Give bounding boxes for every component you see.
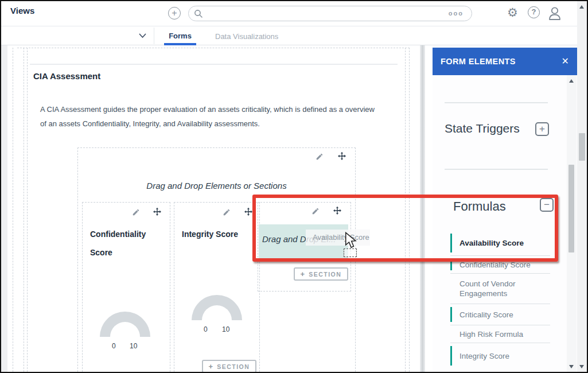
mouse-cursor: [345, 232, 357, 249]
canvas-dashed-border: [24, 48, 24, 372]
formula-item-count-vendor[interactable]: Count of Vendor Engagements: [450, 274, 550, 304]
tab-forms[interactable]: Forms: [164, 32, 196, 40]
panel-divider: [445, 102, 548, 103]
add-section-button[interactable]: + SECTION: [202, 360, 256, 373]
add-icon[interactable]: +: [168, 7, 181, 20]
scroll-up-icon[interactable]: [579, 5, 584, 9]
page-scrollbar[interactable]: [577, 1, 587, 372]
scroll-down-icon[interactable]: [569, 365, 574, 368]
chevron-down-icon[interactable]: [139, 33, 146, 38]
nav-divider: [154, 28, 154, 44]
canvas-dashed-border: [17, 48, 410, 48]
close-icon[interactable]: ✕: [562, 48, 569, 75]
canvas-dashed-border: [13, 48, 13, 372]
annotation-highlight-rectangle: [252, 195, 558, 262]
app-window: + ooo ⚙ ? Views Forms Data Visualization…: [0, 0, 588, 373]
formula-item-integrity[interactable]: Integrity Score: [450, 343, 550, 368]
page-scrollbar-thumb[interactable]: [579, 133, 585, 161]
move-handle-icon[interactable]: [244, 207, 253, 219]
panel-title: FORM ELEMENTS: [441, 48, 516, 75]
gauge-max-label: 10: [222, 325, 229, 333]
move-handle-icon[interactable]: [337, 151, 346, 163]
state-triggers-heading: State Triggers: [445, 122, 520, 135]
section-divider: [30, 64, 398, 65]
gauge-min-label: 0: [204, 325, 208, 333]
expand-plus-icon[interactable]: +: [535, 122, 549, 136]
scroll-up-icon[interactable]: [569, 79, 574, 83]
form-title: CIA Assessment: [33, 71, 100, 81]
panel-scrollbar-thumb[interactable]: [568, 165, 574, 252]
formula-item-criticality[interactable]: Criticality Score: [450, 304, 550, 325]
element-label: Integrity Score: [182, 225, 252, 243]
search-input[interactable]: ooo: [188, 6, 472, 21]
tab-data-visualizations[interactable]: Data Visualizations: [215, 32, 278, 41]
panel-divider: [445, 169, 548, 170]
left-gutter: [1, 45, 7, 372]
search-icon: [194, 9, 203, 18]
element-label: Confidentiality Score: [90, 225, 160, 262]
form-description: A CIA Assessment guides the proper evalu…: [40, 102, 380, 131]
panel-header: FORM ELEMENTS ✕: [433, 48, 577, 75]
nav-bar: [1, 26, 577, 45]
settings-gear-icon[interactable]: ⚙: [507, 6, 518, 20]
drag-ghost: Availability Score: [306, 230, 370, 246]
tab-forms-underline: [164, 43, 196, 45]
panel-scrollbar[interactable]: [567, 75, 577, 372]
add-section-button[interactable]: + SECTION: [294, 267, 348, 281]
drag-outline-box: [344, 248, 357, 257]
gauge-min-label: 0: [112, 342, 116, 350]
user-icon[interactable]: [547, 5, 562, 21]
edit-pencil-icon[interactable]: [223, 208, 231, 219]
gauge-max-label: 10: [130, 342, 137, 350]
drag-ghost-label: Availability Score: [306, 230, 370, 246]
plus-icon: +: [301, 270, 305, 278]
help-icon[interactable]: ?: [528, 6, 540, 18]
canvas-dashed-border: [27, 48, 28, 372]
edit-pencil-icon[interactable]: [132, 208, 140, 219]
views-dropdown[interactable]: Views: [10, 6, 34, 15]
outer-dropzone-placeholder: Drag and Drop Elements or Sections: [77, 181, 356, 191]
move-handle-icon[interactable]: [153, 207, 162, 219]
search-options-icon[interactable]: ooo: [449, 10, 464, 17]
scroll-down-icon[interactable]: [579, 365, 584, 368]
formula-item-high-risk[interactable]: High Risk Formula: [450, 325, 550, 343]
plus-icon: +: [209, 362, 213, 371]
edit-pencil-icon[interactable]: [316, 153, 324, 163]
